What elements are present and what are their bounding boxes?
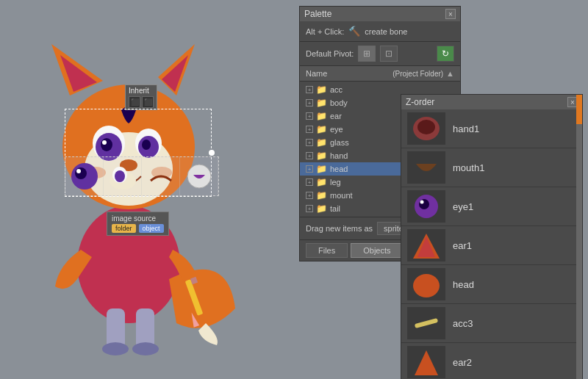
tree-item-label: hand (330, 151, 348, 160)
zorder-item-label: eye1 (453, 201, 473, 212)
zorder-item-label: ear1 (453, 240, 472, 251)
tree-expand-icon: + (306, 205, 313, 212)
svg-point-35 (420, 201, 424, 204)
svg-marker-40 (415, 350, 438, 375)
tree-expand-icon: + (306, 165, 313, 173)
svg-rect-39 (415, 318, 438, 328)
zorder-title: Z-order (406, 97, 434, 107)
folder-icon: 📁 (316, 111, 327, 121)
svg-point-29 (115, 170, 125, 182)
tree-item-label: acc (330, 85, 343, 94)
folder-icon: 📁 (316, 124, 327, 134)
zorder-scrollbar[interactable] (576, 95, 582, 379)
svg-point-32 (417, 120, 435, 134)
zorder-titlebar: Z-order × (401, 95, 582, 109)
zorder-window: Z-order × hand1 mouth1 eye1 ear1 head ac… (401, 94, 583, 379)
zorder-thumb (407, 229, 445, 261)
pivot-refresh-button[interactable]: ↻ (437, 46, 454, 62)
zorder-thumb (407, 346, 445, 378)
zorder-item-acc3[interactable]: acc3 (401, 304, 582, 343)
sprite-strip (65, 156, 219, 196)
folder-icon: 📁 (316, 177, 327, 187)
zorder-item-label: mouth1 (453, 162, 484, 173)
tree-expand-icon: + (306, 86, 313, 93)
folder-icon: 📁 (316, 137, 327, 148)
tree-item-label: head (330, 165, 348, 173)
palette-title: Palette (304, 9, 331, 19)
tree-item-label: mount (330, 191, 353, 200)
zorder-thumb (407, 112, 445, 145)
palette-close-button[interactable]: × (445, 9, 456, 19)
sprite-cell-1 (65, 157, 104, 195)
zorder-thumb (407, 190, 445, 223)
sprite-cell-3 (142, 157, 180, 195)
folder-icon: 📁 (316, 203, 327, 214)
tree-expand-icon: + (306, 112, 313, 120)
tree-col-folder: (Project Folder) (392, 70, 443, 78)
folder-icon: 📁 (316, 190, 327, 201)
image-source-tooltip: image source folder object (107, 212, 169, 236)
tree-item-label: ear (330, 112, 342, 120)
svg-point-26 (76, 169, 81, 173)
palette-titlebar: Palette × (300, 7, 460, 21)
sprite-cell-2 (104, 157, 142, 195)
pivot-button-2[interactable]: ⊡ (380, 46, 398, 62)
zorder-item-head[interactable]: head (401, 265, 582, 304)
svg-point-25 (75, 167, 87, 179)
zorder-list: hand1 mouth1 eye1 ear1 head acc3 ear2 bo… (401, 109, 582, 379)
tab-files-button[interactable]: Files (306, 243, 348, 258)
tree-header: Name (Project Folder) ▲ (300, 66, 460, 82)
zorder-thumb (407, 151, 445, 184)
zorder-thumb (407, 307, 445, 339)
svg-point-4 (132, 342, 159, 355)
tree-item-label: leg (330, 178, 341, 187)
canvas-area: Inherit ⬛ ⬛ (0, 0, 287, 379)
tree-expand-icon: + (306, 152, 313, 159)
pivot-row: Default Pivot: ⊞ ⊡ ↻ (300, 42, 460, 66)
tree-expand-icon: + (306, 126, 313, 133)
drag-label: Drag new items as (306, 224, 373, 233)
image-source-label: image source (112, 214, 156, 223)
alt-click-label: Alt + Click: (306, 27, 344, 36)
zorder-item-label: head (453, 279, 474, 290)
inherit-label: Inherit (129, 87, 149, 95)
tree-item-label: body (330, 98, 348, 107)
tree-expand-icon: + (306, 192, 313, 199)
sort-arrow-icon[interactable]: ▲ (446, 69, 454, 78)
zorder-item-label: ear2 (453, 357, 472, 368)
zorder-thumb (407, 268, 445, 300)
svg-point-3 (102, 342, 129, 355)
folder-button[interactable]: folder (112, 224, 136, 233)
pivot-label: Default Pivot: (306, 49, 354, 58)
sprite-cell-4 (180, 157, 218, 195)
folder-icon: 📁 (316, 164, 327, 174)
tree-item-label: tail (330, 204, 340, 213)
zorder-item-ear1[interactable]: ear1 (401, 226, 582, 265)
bone-label: create bone (365, 27, 407, 36)
tree-item-label: eye (330, 125, 343, 134)
bone-icon: 🔨 (348, 26, 360, 37)
folder-icon: 📁 (316, 98, 327, 108)
zorder-item-label: hand1 (453, 123, 479, 134)
zorder-item-ear2[interactable]: ear2 (401, 343, 582, 379)
tree-expand-icon: + (306, 99, 313, 107)
tree-expand-icon: + (306, 139, 313, 146)
svg-point-38 (413, 274, 440, 297)
tab-objects-button[interactable]: Objects (351, 243, 403, 258)
inherit-icon-1[interactable]: ⬛ (129, 96, 140, 108)
tree-expand-icon: + (306, 178, 313, 186)
object-button[interactable]: object (139, 224, 164, 233)
folder-icon: 📁 (316, 84, 327, 95)
inherit-badge: Inherit ⬛ ⬛ (125, 84, 157, 110)
tree-item-label: glass (330, 138, 349, 147)
pivot-button-1[interactable]: ⊞ (358, 46, 376, 62)
folder-icon: 📁 (316, 151, 327, 161)
zorder-item-eye1[interactable]: eye1 (401, 187, 582, 226)
inherit-icon-2[interactable]: ⬛ (142, 96, 154, 108)
palette-toolbar: Alt + Click: 🔨 create bone (300, 21, 460, 42)
svg-point-34 (419, 199, 429, 209)
zorder-item-mouth1[interactable]: mouth1 (401, 148, 582, 187)
zorder-item-hand1[interactable]: hand1 (401, 109, 582, 148)
tree-col-name: Name (306, 69, 392, 78)
zorder-item-label: acc3 (453, 318, 473, 329)
